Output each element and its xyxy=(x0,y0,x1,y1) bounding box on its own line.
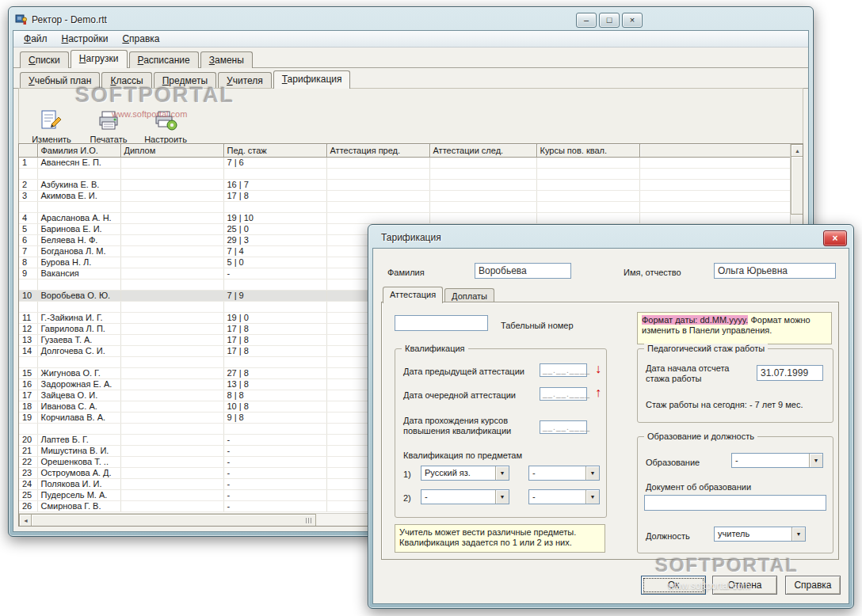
table-cell: 29 | 3 xyxy=(223,235,326,246)
table-cell xyxy=(326,180,429,191)
subject1-combo[interactable]: Русский яз. ▼ xyxy=(421,466,509,481)
firstname-input[interactable] xyxy=(714,263,836,279)
dialog-tab-0[interactable]: Аттестация xyxy=(383,287,443,303)
table-cell xyxy=(120,191,223,202)
education-combo[interactable]: - ▼ xyxy=(731,453,823,468)
horizontal-scroll-thumb[interactable] xyxy=(31,514,316,527)
column-header[interactable]: Пед. стаж xyxy=(223,144,326,158)
ok-button[interactable]: Ок xyxy=(641,576,706,595)
table-cell xyxy=(326,158,429,169)
table-cell xyxy=(326,191,429,202)
tab-sub-2[interactable]: Предметы xyxy=(154,72,216,89)
column-header[interactable]: Аттестация пред. xyxy=(326,144,429,158)
table-spacer-row[interactable] xyxy=(19,202,791,213)
tab-main-2[interactable]: Расписание xyxy=(129,51,199,68)
main-titlebar[interactable]: Ректор - Demo.rtt – □ × xyxy=(12,10,810,29)
table-cell xyxy=(429,169,536,180)
qualification-legend: Квалификация xyxy=(402,344,468,353)
table-cell: 7 | 4 xyxy=(223,246,326,257)
prev-attestation-date-input[interactable]: __.__.____ xyxy=(540,363,587,377)
close-button[interactable]: × xyxy=(622,13,643,28)
table-header-row: Фамилия И.О.ДипломПед. стажАттестация пр… xyxy=(19,144,791,158)
chevron-down-icon[interactable]: ▼ xyxy=(585,490,599,504)
chevron-down-icon[interactable]: ▼ xyxy=(495,490,509,504)
toolbar-print-button[interactable]: Печатать xyxy=(86,92,132,144)
surname-input[interactable] xyxy=(475,263,571,279)
next-attestation-date-input[interactable]: __.__.____ xyxy=(540,387,587,401)
table-cell: Беляева Н. Ф. xyxy=(37,235,120,246)
table-cell: Остроумова А. Д. xyxy=(37,468,120,479)
maximize-button[interactable]: □ xyxy=(599,13,620,28)
column-header[interactable]: Аттестации след. xyxy=(429,144,536,158)
dialog-close-button[interactable]: × xyxy=(823,230,847,246)
table-cell xyxy=(120,246,223,257)
table-cell xyxy=(19,424,37,435)
tab-sub-1[interactable]: Классы xyxy=(101,72,151,89)
personnel-number-input[interactable] xyxy=(395,315,488,331)
chevron-down-icon[interactable]: ▼ xyxy=(791,527,805,541)
tab-sub-4[interactable]: Тарификация xyxy=(273,70,351,89)
experience-today-text: Стаж работы на сегодня: - 7 лет 9 мес. xyxy=(646,400,803,409)
table-cell xyxy=(120,180,223,191)
table-cell: 17 | 8 xyxy=(223,324,326,335)
red-down-arrow-icon: ↓ xyxy=(595,363,601,375)
dialog-titlebar[interactable]: Тарификация × xyxy=(372,228,850,247)
table-row[interactable]: 1Аванесян Е. П.7 | 6 xyxy=(19,158,791,169)
menu-item-0[interactable]: Файл xyxy=(17,32,55,46)
tab-sub-3[interactable]: Учителя xyxy=(218,72,272,89)
subject1-number: 1) xyxy=(403,470,411,479)
column-header-blank[interactable] xyxy=(19,144,37,158)
tab-sub-0[interactable]: Учебный план xyxy=(20,72,100,89)
cancel-button[interactable]: Отмена xyxy=(712,576,777,595)
table-cell: Смирнова Г. В. xyxy=(37,501,120,512)
education-document-input[interactable] xyxy=(644,495,826,511)
table-cell xyxy=(120,368,223,379)
toolbar-edit-button[interactable]: Изменить xyxy=(29,92,74,144)
experience-start-date-input[interactable] xyxy=(757,365,823,381)
position-combo[interactable]: учитель ▼ xyxy=(714,527,806,542)
menu-item-1[interactable]: Настройки xyxy=(55,32,116,46)
table-cell xyxy=(223,424,326,435)
table-cell xyxy=(639,180,791,191)
table-cell: 5 | 0 xyxy=(223,257,326,268)
experience-start-label: Дата начала отсчета стажа работы xyxy=(646,363,752,384)
chevron-down-icon[interactable]: ▼ xyxy=(809,454,822,467)
grade2-combo[interactable]: - ▼ xyxy=(528,489,600,504)
table-cell: 2 xyxy=(19,180,37,191)
column-header[interactable]: Курсы пов. квал. xyxy=(536,144,639,158)
column-header[interactable]: Фамилия И.О. xyxy=(37,144,120,158)
table-cell xyxy=(536,213,639,224)
chevron-down-icon[interactable]: ▼ xyxy=(585,466,599,480)
vertical-scroll-thumb[interactable] xyxy=(791,156,803,215)
table-cell xyxy=(120,390,223,401)
table-cell xyxy=(223,169,326,180)
chevron-down-icon[interactable]: ▼ xyxy=(495,466,509,480)
experience-group: Педагогический стаж работы Дата начала о… xyxy=(637,348,833,423)
tab-main-1[interactable]: Нагрузки xyxy=(71,50,128,68)
subject2-combo[interactable]: - ▼ xyxy=(421,489,509,504)
courses-date-input[interactable]: __.__.____ xyxy=(540,420,587,434)
tab-main-0[interactable]: Списки xyxy=(20,51,69,68)
grade1-combo[interactable]: - ▼ xyxy=(528,466,600,481)
print-icon xyxy=(97,105,120,132)
table-spacer-row[interactable] xyxy=(19,169,791,180)
table-cell: Азбукина Е. В. xyxy=(37,180,120,191)
table-row[interactable]: 3Акимова Е. И.17 | 8 xyxy=(19,191,791,202)
table-cell: - xyxy=(223,468,326,479)
tab-main-3[interactable]: Замены xyxy=(200,51,253,68)
menu-item-2[interactable]: Справка xyxy=(115,32,166,46)
sub-tabs: Учебный планКлассыПредметыУчителяТарифик… xyxy=(13,67,808,89)
table-cell: 10 xyxy=(19,291,37,302)
minimize-button[interactable]: – xyxy=(576,13,597,28)
help-button[interactable]: Справка xyxy=(785,576,841,595)
position-combo-value: учитель xyxy=(715,527,791,541)
toolbar-configure-button[interactable]: Настроить xyxy=(143,92,189,144)
date-format-note: Формат даты: dd.MM.yyyy. Формат можно из… xyxy=(637,312,832,344)
table-row[interactable]: 4Арасланова А. Н.19 | 10 xyxy=(19,213,791,224)
table-cell xyxy=(120,413,223,424)
subjects-note: Учитель может вести различные предметы. … xyxy=(395,524,605,553)
column-header-blank[interactable] xyxy=(639,144,791,158)
table-cell: - xyxy=(223,490,326,501)
table-row[interactable]: 2Азбукина Е. В.16 | 7 xyxy=(19,180,791,191)
column-header[interactable]: Диплом xyxy=(120,144,223,158)
